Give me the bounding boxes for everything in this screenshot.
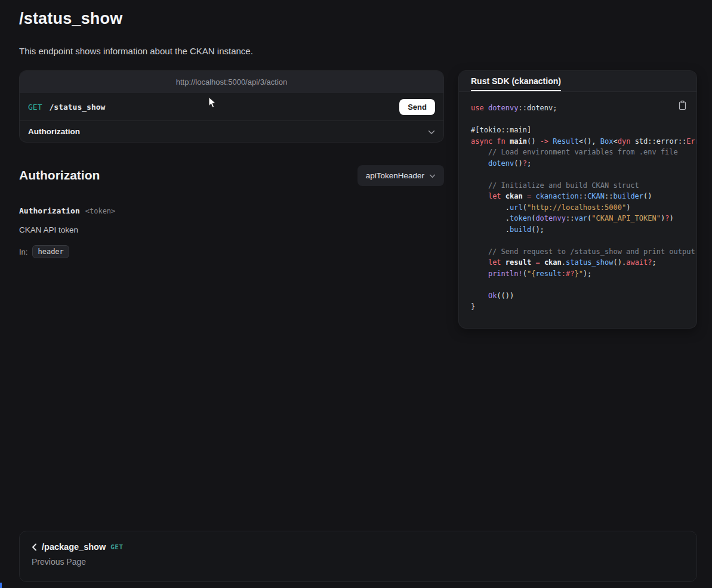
code-token: result: [535, 270, 561, 278]
code-token: .: [471, 225, 510, 234]
code-token: Box: [600, 137, 614, 146]
authorization-collapse-row[interactable]: Authorization: [20, 120, 443, 142]
code-token: (: [523, 270, 527, 278]
code-token: build: [510, 225, 531, 234]
code-line: dotenv()?;: [471, 158, 696, 169]
code-token: =: [535, 258, 540, 267]
code-token: [471, 159, 488, 168]
clipboard-icon: [678, 103, 687, 112]
base-url-text: http://localhost:5000/api/3/action: [176, 78, 287, 86]
code-token: ): [669, 214, 673, 222]
code-token: (): [643, 192, 652, 200]
endpoint-path: /status_show: [49, 103, 105, 112]
code-token: ::: [566, 214, 574, 222]
previous-page-card[interactable]: /package_show GET Previous Page: [19, 531, 697, 582]
auth-param-location-row: In: header: [19, 245, 69, 258]
code-token: .: [562, 258, 566, 267]
code-token: ();: [531, 225, 544, 234]
copy-code-button[interactable]: [676, 98, 689, 114]
code-token: CKAN: [587, 192, 605, 200]
send-button[interactable]: Send: [399, 99, 435, 115]
base-url-bar: http://localhost:5000/api/3/action: [20, 71, 443, 93]
code-token: ().: [614, 258, 627, 267]
code-token: dyn: [618, 137, 631, 146]
code-line: println!("{result:#?}");: [471, 268, 696, 280]
code-token: :#?: [562, 270, 575, 278]
request-row: GET /status_show Send: [20, 93, 443, 120]
code-line: .token(dotenvy::var("CKAN_API_TOKEN")?): [471, 213, 696, 224]
code-token: <: [613, 137, 617, 146]
code-token: let: [488, 192, 506, 200]
code-token: <(),: [579, 137, 600, 146]
code-token: (): [527, 137, 540, 146]
code-token: // Send request to /status_show and prin…: [471, 247, 695, 256]
code-token: "{: [527, 270, 535, 278]
code-token: );: [583, 270, 591, 278]
previous-page-method-badge: GET: [110, 543, 123, 551]
code-token: (()): [497, 292, 514, 300]
code-token: let: [488, 258, 506, 267]
code-token: ::dotenv;: [518, 104, 557, 112]
code-token: dotenvy: [488, 104, 519, 112]
code-token: (: [523, 203, 527, 212]
code-token: }: [471, 302, 475, 311]
code-line: // Send request to /status_show and prin…: [471, 246, 696, 258]
code-token: async fn: [471, 137, 510, 146]
code-token: ;: [527, 159, 531, 168]
code-token: dotenvy: [535, 214, 566, 222]
sdk-panel-header: Rust SDK (ckanaction): [459, 71, 696, 92]
code-token: Result: [553, 137, 578, 146]
code-block: use dotenvy::dotenv; #[tokio::main]async…: [471, 103, 696, 312]
code-line: [471, 169, 696, 180]
in-value-badge: header: [32, 245, 69, 258]
code-token: (): [514, 159, 522, 168]
code-token: [523, 192, 527, 200]
api-docs-page: /status_show This endpoint shows informa…: [0, 0, 712, 588]
mouse-cursor-icon: [208, 97, 217, 111]
tab-rust-sdk[interactable]: Rust SDK (ckanaction): [471, 76, 561, 91]
code-token: token: [510, 214, 531, 222]
code-token: status_show: [566, 258, 613, 267]
code-line: }: [471, 301, 696, 312]
code-token: [471, 192, 488, 200]
code-token: var: [574, 214, 587, 222]
page-title: /status_show: [19, 10, 122, 28]
code-area: use dotenvy::dotenv; #[tokio::main]async…: [459, 92, 696, 329]
chevron-down-icon: [429, 171, 436, 180]
code-line: #[tokio::main]: [471, 125, 696, 136]
auth-param-type: <token>: [85, 207, 116, 215]
in-label: In:: [19, 247, 27, 256]
authorization-section-header: Authorization apiTokenHeader: [19, 165, 444, 186]
code-line: [471, 279, 696, 290]
code-line: let ckan = ckanaction::CKAN::builder(): [471, 191, 696, 202]
previous-page-label: Previous Page: [32, 557, 685, 567]
code-token: [471, 258, 488, 267]
auth-scheme-dropdown[interactable]: apiTokenHeader: [357, 165, 444, 186]
code-line: async fn main() -> Result<(), Box<dyn st…: [471, 136, 696, 147]
code-token: main: [510, 137, 527, 146]
code-token: ckan: [544, 258, 562, 267]
code-token: ;: [652, 258, 656, 267]
code-line: // Load environment variables from .env …: [471, 147, 696, 158]
code-token: }": [574, 270, 582, 278]
code-token: ->: [540, 137, 548, 146]
code-token: ::: [579, 192, 587, 200]
code-token: Ok: [488, 292, 497, 300]
code-token: result: [506, 258, 531, 267]
previous-page-title-row: /package_show GET: [32, 542, 685, 552]
code-line: use dotenvy::dotenv;: [471, 103, 696, 114]
code-token: ?: [523, 159, 527, 168]
http-method-badge: GET: [28, 103, 42, 112]
code-token: "CKAN_API_TOKEN": [591, 214, 661, 222]
code-token: Error: [686, 137, 696, 146]
scroll-indicator: [0, 583, 2, 588]
code-token: std::error::: [630, 137, 686, 146]
code-token: [471, 270, 488, 278]
request-card: http://localhost:5000/api/3/action GET /…: [19, 70, 444, 143]
code-line: let result = ckan.status_show().await?;: [471, 257, 696, 268]
code-line: [471, 235, 696, 246]
code-token: ::: [605, 192, 613, 200]
code-token: // Initialize and build CKAN struct: [471, 181, 639, 190]
code-token: #[tokio::main]: [471, 126, 531, 134]
sdk-code-panel: Rust SDK (ckanaction) use dotenvy::doten…: [458, 70, 697, 329]
